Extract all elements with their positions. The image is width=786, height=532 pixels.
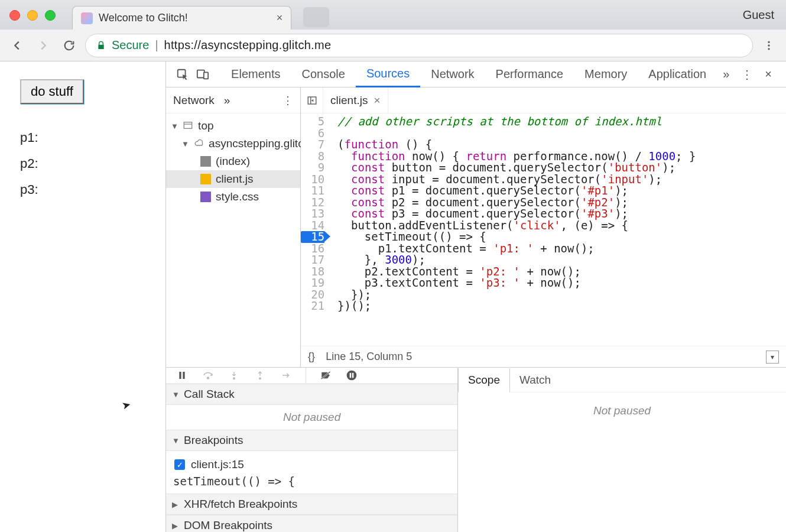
window-titlebar: Welcome to Glitch! × Guest	[0, 0, 786, 30]
line-number[interactable]: 13	[301, 208, 324, 220]
code-line[interactable]: })();	[337, 300, 786, 312]
maximize-window-button[interactable]	[45, 10, 56, 21]
devtools-tab-memory[interactable]: Memory	[574, 61, 638, 87]
devtools-tab-elements[interactable]: Elements	[220, 61, 291, 87]
tree-label: client.js	[216, 173, 253, 186]
code-line[interactable]: });	[337, 289, 786, 301]
page-viewport: do stuff p1: p2: p3: ➤	[0, 61, 166, 532]
code-line[interactable]: }, 3000);	[337, 254, 786, 266]
svg-rect-19	[352, 373, 354, 378]
deactivate-breakpoints-button[interactable]	[319, 369, 332, 382]
breakpoint-item[interactable]: ✓ client.js:15	[173, 456, 450, 473]
devtools-close-button[interactable]: ×	[759, 67, 778, 81]
step-out-button[interactable]	[254, 369, 267, 382]
devtools-tab-console[interactable]: Console	[291, 61, 355, 87]
devtools-tab-network[interactable]: Network	[420, 61, 485, 87]
code-line[interactable]: const p3 = document.querySelector('#p3')…	[337, 208, 786, 220]
file-icon	[200, 156, 211, 167]
separator: |	[155, 38, 158, 52]
section-header[interactable]: ▼Breakpoints	[166, 430, 457, 451]
section-header[interactable]: ▼Call Stack	[166, 384, 457, 405]
line-number[interactable]: 21	[301, 300, 324, 312]
browser-menu-button[interactable]	[759, 35, 779, 56]
pause-on-exceptions-button[interactable]	[345, 369, 358, 382]
line-number[interactable]: 9	[301, 162, 324, 174]
section-header[interactable]: ▶XHR/fetch Breakpoints	[166, 494, 457, 515]
back-button[interactable]	[7, 35, 27, 56]
file-tree: ▼ top ▼ asyncstepping.glitc (index)clien…	[166, 113, 300, 209]
debugger-panel: ▼Call Stack Not paused ▼Breakpoints ✓ cl…	[166, 368, 786, 532]
step-into-button[interactable]	[228, 369, 241, 382]
format-button[interactable]: {}	[308, 351, 315, 363]
line-gutter[interactable]: 56789101112131415161718192021	[301, 113, 329, 346]
code-content[interactable]: // add other scripts at the bottom of in…	[329, 113, 786, 346]
navigator-more-button[interactable]: »	[224, 94, 230, 107]
inspect-element-button[interactable]	[174, 66, 191, 83]
code-line[interactable]: p3.textContent = 'p3: ' + now();	[337, 277, 786, 289]
line-number[interactable]: 5	[301, 116, 324, 128]
devtools-tab-sources[interactable]: Sources	[356, 61, 420, 87]
forward-button[interactable]	[33, 35, 53, 56]
coverage-toggle-button[interactable]: ▾	[766, 351, 779, 364]
code-area[interactable]: 56789101112131415161718192021 // add oth…	[301, 113, 786, 346]
line-number[interactable]: 17	[301, 254, 324, 266]
svg-point-1	[768, 44, 769, 46]
section-xhr-breakpoints: ▶XHR/fetch Breakpoints	[166, 494, 457, 515]
tree-row-domain[interactable]: ▼ asyncstepping.glitc	[166, 135, 300, 153]
svg-point-13	[233, 378, 235, 379]
devtools-tab-performance[interactable]: Performance	[485, 61, 574, 87]
tree-file--index-[interactable]: (index)	[166, 153, 300, 170]
browser-tab[interactable]: Welcome to Glitch! ×	[72, 6, 291, 30]
section-header[interactable]: ▶DOM Breakpoints	[166, 515, 457, 532]
devtools-menu-button[interactable]: ⋮	[735, 67, 759, 82]
line-number[interactable]: 11	[301, 185, 324, 197]
code-line[interactable]: // add other scripts at the bottom of in…	[337, 116, 786, 128]
line-number[interactable]: 15	[301, 231, 324, 243]
chevron-down-icon: ▼	[171, 122, 178, 131]
code-line[interactable]: const button = document.querySelector('b…	[337, 162, 786, 174]
device-toggle-button[interactable]	[194, 66, 211, 83]
sources-navigator: Network » ⋮ ▼ top ▼ asyncstepping.glitc	[166, 87, 301, 367]
new-tab-button[interactable]	[303, 7, 329, 27]
more-tabs-button[interactable]: »	[717, 67, 735, 81]
panel-left-icon	[306, 95, 318, 106]
file-tab-clientjs[interactable]: client.js ×	[323, 87, 388, 113]
tree-file-style-css[interactable]: style.css	[166, 188, 300, 206]
devtools-tab-application[interactable]: Application	[638, 61, 717, 87]
breakpoints-body: ✓ client.js:15 setTimeout(() => {	[166, 451, 457, 494]
svg-point-14	[259, 378, 261, 379]
close-window-button[interactable]	[9, 10, 20, 21]
arrow-right-icon	[280, 371, 292, 380]
navigator-menu-button[interactable]: ⋮	[282, 94, 293, 107]
chevron-down-icon: ▼	[172, 436, 179, 445]
navigator-tab-network[interactable]: Network	[173, 94, 215, 107]
do-stuff-button[interactable]: do stuff	[20, 79, 84, 104]
tree-label: (index)	[216, 155, 250, 168]
tab-scope[interactable]: Scope	[458, 368, 510, 392]
toggle-navigator-button[interactable]	[301, 87, 323, 113]
file-icon	[200, 174, 211, 184]
pause-icon	[177, 370, 187, 381]
reload-button[interactable]	[59, 35, 79, 56]
line-number[interactable]: 19	[301, 277, 324, 289]
line-number[interactable]: 7	[301, 139, 324, 151]
pause-circle-icon	[346, 369, 358, 381]
address-bar[interactable]: Secure | https://asyncstepping.glitch.me	[85, 34, 753, 57]
checkbox-icon[interactable]: ✓	[174, 459, 185, 470]
close-file-icon[interactable]: ×	[373, 94, 380, 107]
tree-file-client-js[interactable]: client.js	[166, 170, 300, 188]
window-icon	[183, 121, 193, 131]
step-button[interactable]	[280, 369, 293, 382]
step-over-button[interactable]	[202, 369, 215, 382]
minimize-window-button[interactable]	[27, 10, 38, 21]
editor-tabs: client.js ×	[301, 87, 786, 113]
profile-label[interactable]: Guest	[743, 8, 774, 22]
section-breakpoints: ▼Breakpoints ✓ client.js:15 setTimeout((…	[166, 430, 457, 494]
tab-watch[interactable]: Watch	[510, 368, 560, 392]
pause-button[interactable]	[176, 369, 189, 382]
tree-row-top[interactable]: ▼ top	[166, 117, 300, 135]
code-line[interactable]: setTimeout(() => {	[337, 231, 786, 243]
close-tab-icon[interactable]: ×	[277, 12, 283, 24]
code-line[interactable]: const p1 = document.querySelector('#p1')…	[337, 185, 786, 197]
p1-text: p1:	[20, 130, 145, 145]
